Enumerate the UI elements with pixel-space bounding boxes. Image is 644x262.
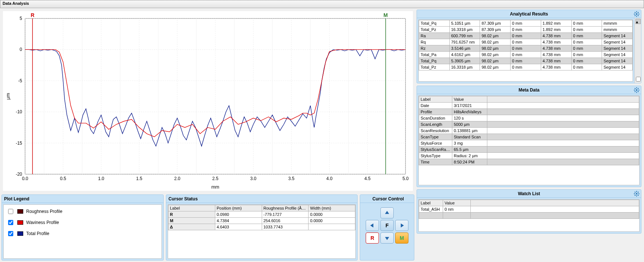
- svg-text:mm: mm: [211, 184, 219, 190]
- table-row[interactable]: [419, 213, 639, 219]
- table-cell: Segment 14: [602, 39, 633, 45]
- cursor-status-table[interactable]: LabelPosition (mm)Roughness Profile (Å)W…: [168, 205, 355, 230]
- table-row[interactable]: Ra600.799 nm98.02 µm0 mm4.738 mm0 mmSegm…: [419, 33, 633, 39]
- legend-label: Total Profile: [26, 231, 49, 236]
- analytical-results-settings-icon[interactable]: [633, 11, 640, 17]
- cursor-left-button[interactable]: [366, 220, 379, 231]
- table-cell: 254.6016: [262, 218, 309, 224]
- table-row[interactable]: Rz3.5146 µm98.02 µm0 mm4.738 mm0 mmSegme…: [419, 45, 633, 52]
- cursor-down-button[interactable]: [380, 232, 394, 244]
- svg-text:5.0: 5.0: [403, 176, 409, 181]
- table-row[interactable]: Total_Pz16.3318 µm87.309 µm0 mm1.892 mm0…: [419, 27, 633, 33]
- table-cell: Segment 14: [602, 52, 633, 58]
- table-row[interactable]: M4.7384254.60160.0000: [168, 218, 355, 224]
- table-row[interactable]: Total_ASH0 nm: [419, 206, 639, 213]
- table-cell: 98.02 µm: [480, 64, 511, 70]
- table-cell: 8:50:24 PM: [452, 159, 487, 165]
- table-cell: 5.1051 µm: [449, 20, 480, 27]
- legend-label: Waviness Profile: [26, 220, 59, 225]
- svg-line-72: [638, 192, 638, 193]
- table-row[interactable]: Total_Pz16.3318 µm98.02 µm0 mm4.738 mm0 …: [419, 64, 633, 70]
- column-header[interactable]: Width (mm): [309, 205, 355, 211]
- table-cell: Segment 14: [602, 64, 633, 70]
- column-header[interactable]: Roughness Profile (Å): [262, 205, 309, 211]
- svg-line-64: [635, 91, 636, 92]
- table-cell: 1033.7743: [262, 224, 309, 230]
- column-header[interactable]: Value: [443, 200, 471, 206]
- table-cell: [443, 213, 471, 219]
- column-header[interactable]: Value: [452, 96, 487, 103]
- meta-data-table[interactable]: LabelValueDate3/17/2021ProfileHillsAndVa…: [419, 96, 639, 165]
- table-cell: 0.0000: [309, 211, 355, 218]
- legend-checkbox[interactable]: [8, 209, 13, 214]
- analytical-results-scrollbar[interactable]: ▴: [634, 18, 641, 83]
- profile-chart[interactable]: 0.00.51.01.52.02.53.03.54.04.55.050-5-10…: [3, 11, 413, 191]
- analytical-results-table[interactable]: Total_Pq5.1051 µm87.309 µm0 mm1.892 mm0 …: [419, 20, 633, 70]
- table-row[interactable]: StylusTypeRadius: 2 µm: [419, 153, 639, 159]
- cursor-right-button[interactable]: [395, 220, 408, 231]
- table-cell: Rq: [419, 39, 450, 45]
- table-cell: 0 mm: [571, 27, 602, 33]
- scroll-up-icon[interactable]: ▴: [636, 19, 641, 24]
- svg-point-56: [636, 89, 638, 91]
- analytical-results-checkbox[interactable]: [636, 77, 641, 82]
- table-row[interactable]: StylusScanRange65.5 µm: [419, 146, 639, 153]
- column-header[interactable]: Label: [419, 96, 452, 103]
- svg-line-53: [638, 15, 638, 16]
- table-cell: 0.138881 µm: [452, 128, 487, 134]
- table-cell: 0.0980: [215, 211, 262, 218]
- svg-point-65: [636, 193, 638, 195]
- chart-cursor-label: M: [383, 12, 388, 18]
- watch-list-table[interactable]: LabelValueTotal_ASH0 nm: [419, 200, 639, 219]
- svg-text:-10: -10: [16, 109, 22, 114]
- legend-item[interactable]: Waviness Profile: [7, 219, 159, 226]
- svg-text:0.0: 0.0: [22, 176, 28, 181]
- table-cell: 3/17/2021: [452, 103, 487, 109]
- table-row[interactable]: ScanLength5000 µm: [419, 121, 639, 128]
- table-row[interactable]: ScanDuration120 s: [419, 115, 639, 121]
- column-header[interactable]: Label: [168, 205, 215, 211]
- cursor-m-button[interactable]: M: [395, 232, 408, 244]
- window-title-bar: Data Analysis: [0, 0, 644, 8]
- table-cell: StylusScanRange: [419, 146, 452, 153]
- svg-text:3.5: 3.5: [288, 176, 295, 181]
- svg-text:2.5: 2.5: [212, 176, 219, 181]
- svg-text:3.0: 3.0: [250, 176, 257, 181]
- table-row[interactable]: Total_Pq5.1051 µm87.309 µm0 mm1.892 mm0 …: [419, 20, 633, 27]
- cursor-up-button[interactable]: [380, 207, 394, 218]
- table-row[interactable]: ScanTypeStandard Scan: [419, 134, 639, 140]
- table-cell: 0 nm: [443, 206, 471, 213]
- cursor-fast-button[interactable]: F: [380, 220, 394, 231]
- table-cell: 4.7384: [215, 218, 262, 224]
- legend-checkbox[interactable]: [8, 220, 13, 225]
- table-row[interactable]: StylusForce3 mg: [419, 140, 639, 146]
- watch-list-settings-icon[interactable]: [633, 190, 640, 197]
- table-row[interactable]: Date3/17/2021: [419, 103, 639, 109]
- meta-data-settings-icon[interactable]: [633, 87, 640, 93]
- table-row[interactable]: R0.0980-779.17270.0000: [168, 211, 355, 218]
- table-cell: ScanLength: [419, 121, 452, 128]
- cursor-m-label: M: [400, 235, 404, 241]
- table-cell: 0.0000: [309, 218, 355, 224]
- table-cell: Profile: [419, 109, 452, 115]
- table-cell: 5000 µm: [452, 121, 487, 128]
- cursor-r-button[interactable]: R: [366, 232, 379, 244]
- legend-item[interactable]: Roughness Profile: [7, 208, 159, 215]
- table-cell: Ra: [419, 33, 450, 39]
- table-row[interactable]: Total_Pa4.6162 µm98.02 µm0 mm4.738 mm0 m…: [419, 52, 633, 58]
- table-row[interactable]: Time8:50:24 PM: [419, 159, 639, 165]
- svg-line-71: [638, 195, 638, 196]
- table-row[interactable]: Δ4.64031033.7743: [168, 224, 355, 230]
- svg-text:-15: -15: [16, 141, 22, 146]
- column-header[interactable]: Label: [419, 200, 443, 206]
- legend-item[interactable]: Total Profile: [7, 230, 159, 237]
- table-row[interactable]: Rq791.6257 nm98.02 µm0 mm4.738 mm0 mmSeg…: [419, 39, 633, 45]
- table-cell: 1.892 mm: [541, 27, 571, 33]
- table-row[interactable]: ProfileHillsAndValleys: [419, 109, 639, 115]
- table-cell: Total_Pq: [419, 58, 450, 64]
- legend-checkbox[interactable]: [8, 231, 13, 236]
- column-header[interactable]: Position (mm): [215, 205, 262, 211]
- watch-list-title: Watch List: [518, 191, 540, 196]
- table-row[interactable]: Total_Pq5.3905 µm98.02 µm0 mm4.738 mm0 m…: [419, 58, 633, 64]
- table-row[interactable]: ScanResolution0.138881 µm: [419, 128, 639, 134]
